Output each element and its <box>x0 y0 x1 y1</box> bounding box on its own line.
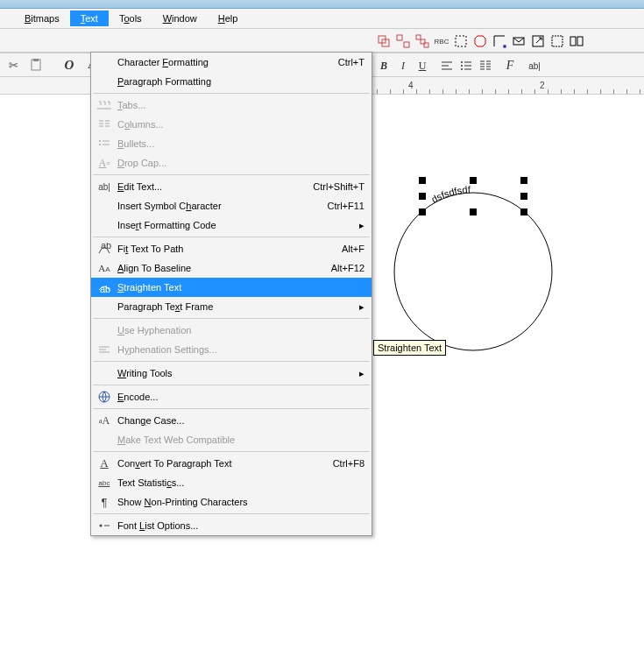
svg-point-41 <box>99 140 101 142</box>
f-icon[interactable]: F <box>501 57 519 74</box>
menu-item-label: Use Hyphenation <box>114 325 364 336</box>
pilcrow-icon: ¶ <box>95 495 114 509</box>
menu-item-label: Character Formatting <box>114 57 291 67</box>
menu-separator <box>93 361 370 362</box>
blank-icon <box>95 199 114 213</box>
menu-item-align-to-baseline[interactable]: AAAlign To BaselineAlt+F12 <box>91 258 372 278</box>
ruler-tick <box>429 89 430 94</box>
selection-handle[interactable] <box>520 177 527 184</box>
window-titlebar <box>0 0 644 9</box>
svg-point-22 <box>461 65 463 67</box>
menu-item-hyphenation-settings: Hyphenation Settings... <box>91 340 372 359</box>
menu-item-edit-text[interactable]: ab|Edit Text...Ctrl+Shift+T <box>91 177 372 196</box>
ungroup-icon[interactable] <box>394 32 412 50</box>
corner-icon[interactable] <box>491 32 508 50</box>
menu-item-encode[interactable]: Encode... <box>91 387 372 406</box>
menu-help[interactable]: Help <box>208 11 249 26</box>
menu-item-label: Align To Baseline <box>114 263 291 273</box>
two-pane-icon[interactable] <box>568 32 585 50</box>
ungroup-all-icon[interactable] <box>414 32 431 50</box>
menu-tools[interactable]: Tools <box>109 11 152 26</box>
svg-point-43 <box>99 144 101 145</box>
abc-spellcheck-icon[interactable]: RBC <box>433 32 450 50</box>
svg-point-9 <box>503 45 506 48</box>
Aa-icon: AA <box>95 261 114 275</box>
ruler-mark-4: 4 <box>408 81 414 90</box>
menu-item-font-list-options[interactable]: Font List Options... <box>91 516 372 535</box>
menu-item-label: Paragraph Formatting <box>114 76 364 87</box>
svg-text:ab: ab <box>100 284 110 293</box>
menu-item-insert-formatting-code[interactable]: Insert Formatting Code▸ <box>91 215 372 235</box>
aA-icon: aA <box>95 413 114 427</box>
bold-icon[interactable]: B <box>375 57 393 74</box>
svg-marker-8 <box>475 36 485 46</box>
menu-item-label: Make Text Web Compatible <box>114 434 364 445</box>
columns-icon[interactable] <box>477 57 494 74</box>
underline-icon[interactable]: U <box>414 57 431 74</box>
tabs-icon <box>95 98 114 112</box>
ab-icon[interactable]: ab| <box>526 57 543 74</box>
menu-item-convert-to-paragraph-text[interactable]: AConvert To Paragraph TextCtrl+F8 <box>91 454 372 473</box>
launch-icon[interactable] <box>529 32 547 50</box>
svg-rect-16 <box>33 59 39 61</box>
menu-item-character-formatting[interactable]: Character FormattingCtrl+T <box>91 53 372 72</box>
selection-handle[interactable] <box>419 208 426 215</box>
clipboard-icon[interactable] <box>26 55 46 74</box>
menu-item-shortcut: Ctrl+Shift+T <box>291 181 364 192</box>
svg-point-20 <box>461 61 463 63</box>
selection-handle[interactable] <box>520 208 527 215</box>
menu-item-change-case[interactable]: aAChange Case... <box>91 411 372 430</box>
menu-window[interactable]: Window <box>152 11 208 26</box>
ruler-tick <box>416 89 417 94</box>
align-icon[interactable] <box>438 57 456 74</box>
envelope-icon[interactable] <box>510 32 527 50</box>
ruler-tick <box>403 89 404 94</box>
selection-handle[interactable] <box>419 177 426 184</box>
menu-item-label: Writing Tools <box>114 368 356 378</box>
list-icon[interactable] <box>457 57 475 74</box>
selection-handle[interactable] <box>520 193 527 200</box>
menu-item-label: Insert Formatting Code <box>114 220 356 230</box>
menu-item-use-hyphenation: Use Hyphenation <box>91 321 372 340</box>
menu-bitmaps[interactable]: Bitmaps <box>14 11 70 26</box>
group-icon[interactable] <box>375 32 393 50</box>
menu-item-shortcut: Ctrl+T <box>291 57 364 67</box>
blank-icon <box>95 74 114 88</box>
cut-icon[interactable]: ✂ <box>4 55 23 74</box>
text-menu-dropdown: Character FormattingCtrl+TParagraph Form… <box>90 52 372 536</box>
ruler-tick <box>600 89 601 94</box>
blank-icon <box>95 323 114 337</box>
columns-icon <box>95 117 114 131</box>
menu-item-paragraph-text-frame[interactable]: Paragraph Text Frame▸ <box>91 297 372 316</box>
menu-item-show-non-printing-characters[interactable]: ¶Show Non-Printing Characters <box>91 492 372 512</box>
menu-item-straighten-text[interactable]: abStraighten Text <box>91 278 372 297</box>
menu-item-paragraph-formatting[interactable]: Paragraph Formatting <box>91 72 372 91</box>
ruler-tick <box>495 89 496 94</box>
menu-item-writing-tools[interactable]: Writing Tools▸ <box>91 364 372 383</box>
blank-icon <box>95 218 114 232</box>
menu-separator <box>93 93 370 94</box>
menu-item-label: Convert To Paragraph Text <box>114 458 291 469</box>
octagon-icon[interactable] <box>471 32 489 50</box>
italic-icon[interactable]: I <box>394 57 412 74</box>
toolbar-row-1: RBC <box>0 28 644 53</box>
menu-item-label: Fit Text To Path <box>114 244 291 254</box>
menu-item-fit-text-to-path[interactable]: abFit Text To PathAlt+F <box>91 239 372 258</box>
selection-dashed-icon[interactable] <box>452 32 470 50</box>
curved-text[interactable]: dsfsdfsdf <box>429 184 471 205</box>
menu-separator <box>93 174 370 175</box>
dropcap-icon: A≡ <box>95 156 114 170</box>
menu-item-insert-symbol-character[interactable]: Insert Symbol CharacterCtrl+F11 <box>91 196 372 215</box>
dashed-rect-icon[interactable] <box>548 32 566 50</box>
menu-item-label: Change Case... <box>114 415 364 426</box>
italic-o-icon[interactable]: O <box>60 55 79 74</box>
selection-handle[interactable] <box>470 177 477 184</box>
straighten-icon: ab <box>95 280 114 294</box>
menu-item-text-statistics[interactable]: abcText Statistics... <box>91 473 372 492</box>
menu-text[interactable]: Text <box>70 11 109 26</box>
menu-item-label: Tabs... <box>114 100 364 110</box>
selection-handle[interactable] <box>470 208 477 215</box>
selection-handle[interactable] <box>419 193 426 200</box>
bullets-icon <box>95 137 114 151</box>
svg-rect-12 <box>552 36 563 46</box>
